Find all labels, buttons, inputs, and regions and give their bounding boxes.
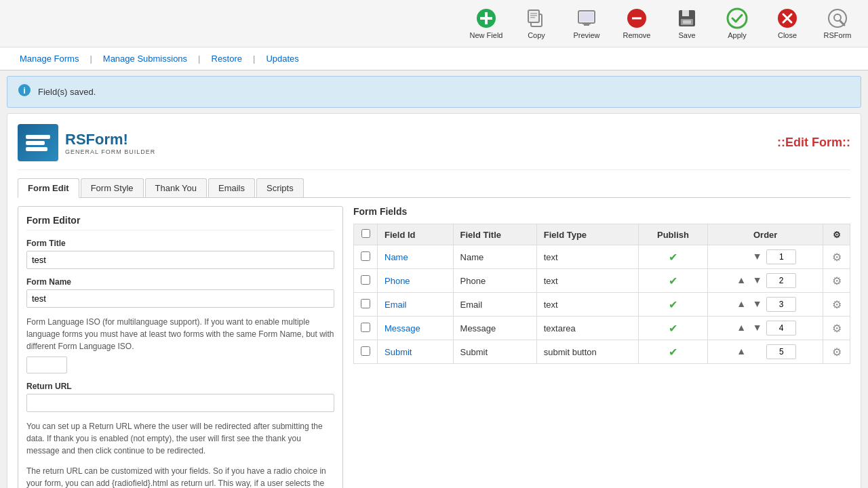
fields-tbody: Name Name text ✔ ▼ ⚙ Phone Phone te — [354, 245, 850, 364]
tab-thank-you[interactable]: Thank You — [145, 178, 207, 197]
form-name-input[interactable] — [26, 289, 334, 308]
apply-button[interactable]: Apply — [713, 5, 761, 42]
return-url-input[interactable] — [26, 394, 334, 412]
apply-icon — [726, 7, 748, 29]
info-icon: i — [18, 83, 31, 100]
main-content: RSForm! GENERAL FORM BUILDER ::Edit Form… — [7, 113, 861, 488]
row-field-id: Email — [378, 293, 454, 317]
order-input[interactable] — [766, 297, 796, 312]
order-input[interactable] — [766, 249, 796, 264]
form-title-group: Form Title — [26, 239, 334, 269]
order-up-button[interactable]: ▲ — [734, 321, 748, 333]
svg-rect-2 — [480, 17, 492, 20]
col-checkbox — [354, 224, 378, 245]
row-field-type: text — [536, 269, 638, 293]
field-id-link[interactable]: Name — [384, 252, 408, 262]
field-id-link[interactable]: Message — [384, 323, 420, 333]
row-checkbox[interactable] — [361, 299, 370, 308]
form-fields: Form Fields Field Id Field Title Field T… — [353, 206, 850, 488]
info-message: Field(s) saved. — [38, 87, 96, 97]
close-label: Close — [778, 31, 797, 39]
order-down-button[interactable]: ▼ — [751, 274, 764, 286]
col-field-id: Field Id — [378, 224, 454, 245]
form-editor-title: Form Editor — [26, 215, 334, 230]
svg-rect-7 — [530, 17, 535, 18]
tab-emails[interactable]: Emails — [208, 178, 255, 197]
toolbar-buttons: New Field Copy — [462, 5, 861, 42]
svg-rect-15 — [682, 10, 689, 16]
row-gear-cell: ⚙ — [823, 340, 850, 364]
copy-label: Copy — [528, 31, 545, 39]
row-publish: ✔ — [638, 269, 708, 293]
save-icon — [676, 7, 698, 29]
language-input[interactable] — [26, 357, 67, 373]
col-field-title: Field Title — [453, 224, 536, 245]
order-up-button[interactable]: ▲ — [734, 298, 748, 310]
nav-manage-submissions[interactable]: Manage Submissions — [94, 48, 197, 69]
row-field-type: text — [536, 245, 638, 269]
nav-restore[interactable]: Restore — [202, 48, 252, 69]
row-gear-cell: ⚙ — [823, 245, 850, 269]
row-field-title: Email — [453, 293, 536, 317]
tab-scripts[interactable]: Scripts — [256, 178, 304, 197]
copy-button[interactable]: Copy — [513, 5, 560, 42]
field-id-link[interactable]: Email — [384, 300, 407, 310]
col-field-type: Field Type — [536, 224, 638, 245]
save-label: Save — [678, 31, 695, 39]
row-field-type: submit button — [536, 340, 638, 364]
table-row: Email Email text ✔ ▲ ▼ ⚙ — [354, 293, 850, 317]
row-gear-cell: ⚙ — [823, 317, 850, 340]
order-input[interactable] — [766, 321, 796, 336]
language-desc: Form Language ISO (for multilanguage sup… — [26, 316, 334, 352]
nav-updates[interactable]: Updates — [256, 48, 308, 69]
row-checkbox[interactable] — [361, 346, 370, 356]
tab-form-edit[interactable]: Form Edit — [18, 178, 79, 198]
language-group: Form Language ISO (for multilanguage sup… — [26, 316, 334, 373]
row-field-title: Name — [453, 245, 536, 269]
info-bar: i Field(s) saved. — [7, 76, 861, 108]
row-field-type: textarea — [536, 317, 638, 340]
order-input[interactable] — [766, 344, 796, 359]
save-button[interactable]: Save — [663, 5, 711, 42]
form-title-input[interactable] — [26, 251, 334, 269]
table-row: Message Message textarea ✔ ▲ ▼ ⚙ — [354, 317, 850, 340]
order-input[interactable] — [766, 273, 796, 288]
order-down-button[interactable]: ▼ — [751, 321, 764, 333]
publish-check-icon: ✔ — [669, 323, 677, 334]
return-url-desc2: The return URL can be customized with yo… — [26, 465, 334, 488]
form-editor: Form Editor Form Title Form Name Form La… — [18, 206, 343, 488]
return-url-desc1: You can set up a Return URL where the us… — [26, 420, 334, 457]
row-gear-icon: ⚙ — [832, 275, 842, 287]
svg-line-24 — [840, 21, 844, 25]
row-gear-icon: ⚙ — [832, 251, 842, 263]
remove-button[interactable]: Remove — [613, 5, 660, 42]
tab-form-style[interactable]: Form Style — [81, 178, 144, 197]
field-id-link[interactable]: Submit — [384, 347, 412, 357]
order-up-button[interactable]: ▲ — [734, 274, 748, 286]
row-checkbox[interactable] — [361, 251, 370, 261]
row-field-id: Submit — [378, 340, 454, 364]
row-field-title: Phone — [453, 269, 536, 293]
close-button[interactable]: Close — [764, 5, 811, 42]
rsform-logo: RSForm! GENERAL FORM BUILDER — [18, 124, 155, 161]
order-up-button[interactable]: ▲ — [734, 345, 748, 357]
form-name-group: Form Name — [26, 277, 334, 308]
preview-button[interactable]: Preview — [563, 5, 610, 42]
row-checkbox[interactable] — [361, 275, 370, 285]
svg-rect-10 — [584, 24, 589, 26]
svg-point-18 — [728, 9, 747, 28]
row-checkbox[interactable] — [361, 323, 370, 332]
nav-manage-forms[interactable]: Manage Forms — [10, 48, 88, 69]
new-field-icon — [475, 7, 497, 29]
gear-icon: ⚙ — [833, 230, 841, 240]
copy-icon — [526, 7, 547, 29]
row-gear-icon: ⚙ — [832, 346, 842, 358]
order-down-button[interactable]: ▼ — [751, 298, 764, 310]
rsform-button[interactable]: RSForm — [814, 5, 861, 42]
new-field-button[interactable]: New Field — [462, 5, 510, 42]
order-down-button[interactable]: ▼ — [751, 250, 764, 262]
row-order-cell: ▲ — [708, 340, 823, 364]
select-all-checkbox[interactable] — [361, 229, 370, 238]
field-id-link[interactable]: Phone — [384, 276, 410, 286]
remove-label: Remove — [623, 31, 651, 39]
